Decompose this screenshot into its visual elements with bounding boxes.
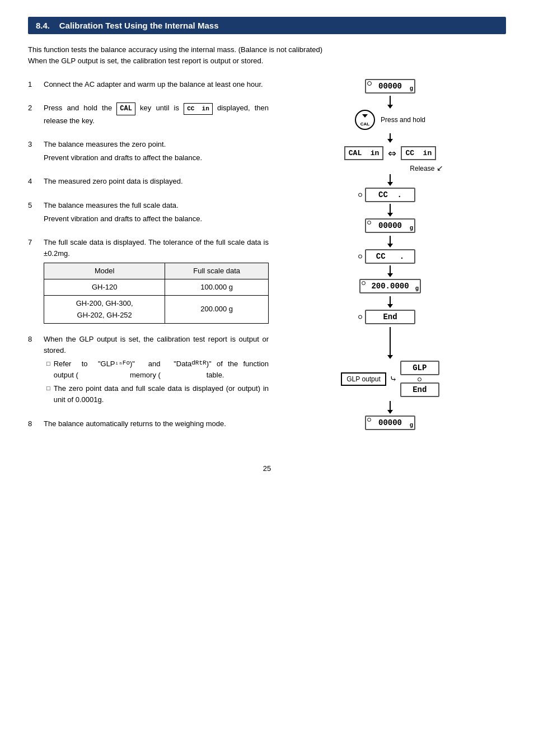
- diagram-column: 00000 g CAL Press and hold: [274, 79, 506, 441]
- diag-display-4: 00000 g: [365, 416, 415, 430]
- step-5: 5 The balance measures the full scale da…: [28, 200, 269, 227]
- step-8b: 8 The balance automatically returns to t…: [28, 418, 269, 432]
- glp-bullets: Refer to "GLP output (ᵢₙFo)" and "Data m…: [44, 358, 269, 406]
- steps-column: 1 Connect the AC adapter and warm up the…: [28, 79, 274, 441]
- release-label: Release: [410, 165, 434, 172]
- flow-diagram: 00000 g CAL Press and hold: [334, 79, 446, 431]
- section-title: Calibration Test Using the Internal Mass: [59, 21, 219, 30]
- diag-display-2: 00000 g: [365, 218, 415, 233]
- step-3: 3 The balance measures the zero point. P…: [28, 139, 269, 166]
- intro-text: This function tests the balance accuracy…: [28, 44, 506, 67]
- step-8a: 8 When the GLP output is set, the calibr…: [28, 334, 269, 408]
- table-row: GH-200, GH-300,GH-202, GH-252 200.000 g: [44, 296, 269, 323]
- diag-display3-value: 200.0000: [371, 282, 409, 291]
- diag-display-1: 00000 g: [365, 79, 415, 94]
- page-number: 25: [28, 464, 506, 473]
- fork-arrow: ⤷: [390, 374, 397, 384]
- section-number: 8.4.: [36, 21, 50, 30]
- press-hold-label: Press and hold: [381, 116, 425, 124]
- table-row: GH-120 100.000 g: [44, 279, 269, 296]
- cc-in-display: CC in: [401, 146, 436, 160]
- cal-cc-row: CAL in ⇔ CC in: [344, 146, 436, 160]
- diag-display-3: 200.0000 g: [359, 279, 421, 293]
- diag-display2-value: 00000: [378, 221, 402, 230]
- diag-display4-value: 00000: [378, 418, 402, 427]
- double-arrow: ⇔: [388, 147, 396, 160]
- fullscale-table: Model Full scale data GH-120 100.000 g G…: [44, 263, 269, 324]
- section-header: 8.4. Calibration Test Using the Internal…: [28, 17, 506, 34]
- diag-display1-value: 00000: [378, 82, 402, 91]
- cal-button[interactable]: CAL: [355, 110, 375, 130]
- step-4: 4 The measured zero point data is displa…: [28, 176, 269, 189]
- cc-dot2-display: CC .: [365, 249, 415, 264]
- cc-dot-display: CC .: [365, 188, 415, 202]
- step-1: 1 Connect the AC adapter and warm up the…: [28, 79, 269, 92]
- end2-display: End: [400, 382, 439, 397]
- end-display: End: [365, 310, 415, 324]
- glp-output-label: GLP output: [341, 372, 386, 386]
- cc-in-display-inline: CC in: [184, 103, 213, 115]
- step-7: 7 The full scale data is displayed. The …: [28, 237, 269, 324]
- release-arrow: ↙: [437, 164, 443, 172]
- cal-in-display: CAL in: [344, 146, 384, 160]
- cal-key-label: CAL: [116, 102, 135, 115]
- step-2: 2 Press and hold the CAL key until is CC…: [28, 102, 269, 129]
- glp-display: GLP: [400, 361, 439, 375]
